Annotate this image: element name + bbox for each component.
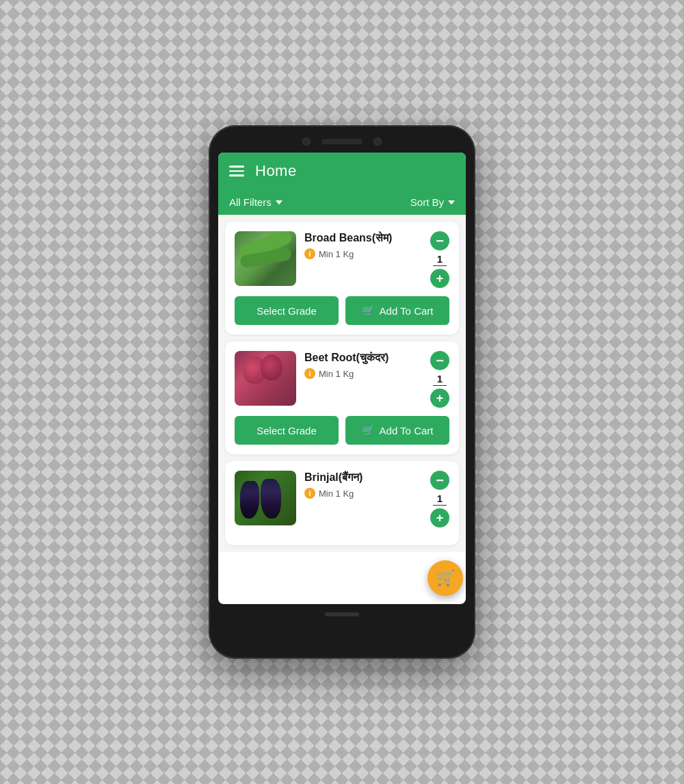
increment-button-broad-beans[interactable] xyxy=(430,269,449,288)
info-icon-broad-beans: i xyxy=(304,248,315,259)
add-to-cart-label-beet-root: Add To Cart xyxy=(380,425,434,436)
increment-button-brinjal[interactable] xyxy=(430,508,449,527)
quantity-value-brinjal: 1 xyxy=(433,493,447,506)
sort-by-button[interactable]: Sort By xyxy=(410,196,455,208)
sort-chevron-icon xyxy=(448,200,455,205)
hamburger-menu-icon[interactable] xyxy=(229,166,244,177)
product-actions-broad-beans: Select Grade 🛒 Add To Cart xyxy=(235,296,449,325)
floating-cart-button[interactable]: 🛒 xyxy=(428,560,463,596)
quantity-control-beet-root: 1 xyxy=(430,351,449,408)
min-label-beet-root: Min 1 Kg xyxy=(319,369,354,379)
add-to-cart-label-broad-beans: Add To Cart xyxy=(380,305,434,317)
info-icon-brinjal: i xyxy=(304,488,315,499)
phone-screen: Home All Filters Sort By Br xyxy=(218,153,466,604)
filter-chevron-icon xyxy=(276,200,282,205)
info-icon-beet-root: i xyxy=(304,368,315,379)
product-info-brinjal: Brinjal(बैंगन) i Min 1 Kg xyxy=(304,471,422,499)
phone-camera-2 xyxy=(373,138,382,146)
cart-icon-beet-root: 🛒 xyxy=(362,424,375,436)
product-card-broad-beans: Broad Beans(सेम) i Min 1 Kg 1 Select Gra… xyxy=(225,222,459,335)
sort-by-label: Sort By xyxy=(410,196,444,208)
cart-icon-broad-beans: 🛒 xyxy=(362,304,375,317)
quantity-value-beet-root: 1 xyxy=(433,373,447,386)
product-name-beet-root: Beet Root(चुकंदर) xyxy=(304,351,422,364)
product-name-broad-beans: Broad Beans(सेम) xyxy=(304,231,422,244)
decrement-button-beet-root[interactable] xyxy=(430,351,449,370)
page-title: Home xyxy=(255,162,297,180)
product-top-row-broad-beans: Broad Beans(सेम) i Min 1 Kg 1 xyxy=(235,231,449,288)
phone-bottom-bar xyxy=(218,604,466,616)
decrement-button-brinjal[interactable] xyxy=(430,471,449,490)
all-filters-button[interactable]: All Filters xyxy=(229,196,282,208)
decrement-button-broad-beans[interactable] xyxy=(430,231,449,250)
product-card-beet-root: Beet Root(चुकंदर) i Min 1 Kg 1 Select Gr… xyxy=(225,341,459,454)
quantity-control-broad-beans: 1 xyxy=(430,231,449,288)
select-grade-button-beet-root[interactable]: Select Grade xyxy=(235,416,339,445)
add-to-cart-button-broad-beans[interactable]: 🛒 Add To Cart xyxy=(345,296,449,325)
min-label-broad-beans: Min 1 Kg xyxy=(319,249,354,259)
product-image-beet-root xyxy=(235,351,296,406)
all-filters-label: All Filters xyxy=(229,196,272,208)
product-min-brinjal: i Min 1 Kg xyxy=(304,488,422,499)
phone-device: Home All Filters Sort By Br xyxy=(209,125,475,659)
product-card-brinjal: Brinjal(बैंगन) i Min 1 Kg 1 xyxy=(225,461,459,545)
product-image-brinjal xyxy=(235,471,296,525)
phone-camera xyxy=(302,138,311,146)
phone-speaker xyxy=(321,139,363,144)
quantity-value-broad-beans: 1 xyxy=(433,253,447,266)
min-label-brinjal: Min 1 Kg xyxy=(319,488,354,499)
app-header: Home All Filters Sort By xyxy=(218,153,466,215)
product-top-row-beet-root: Beet Root(चुकंदर) i Min 1 Kg 1 xyxy=(235,351,449,408)
product-top-row-brinjal: Brinjal(बैंगन) i Min 1 Kg 1 xyxy=(235,471,449,527)
phone-top-bar xyxy=(218,138,466,153)
select-grade-button-broad-beans[interactable]: Select Grade xyxy=(235,296,339,325)
product-list: Broad Beans(सेम) i Min 1 Kg 1 Select Gra… xyxy=(218,215,466,552)
product-name-brinjal: Brinjal(बैंगन) xyxy=(304,471,422,484)
product-image-broad-beans xyxy=(235,231,296,286)
quantity-control-brinjal: 1 xyxy=(430,471,449,527)
product-info-broad-beans: Broad Beans(सेम) i Min 1 Kg xyxy=(304,231,422,259)
floating-cart-icon: 🛒 xyxy=(436,569,455,587)
increment-button-beet-root[interactable] xyxy=(430,389,449,408)
product-actions-beet-root: Select Grade 🛒 Add To Cart xyxy=(235,416,449,445)
product-info-beet-root: Beet Root(चुकंदर) i Min 1 Kg xyxy=(304,351,422,379)
header-top: Home xyxy=(229,162,455,190)
phone-home-button[interactable] xyxy=(325,612,359,616)
product-min-beet-root: i Min 1 Kg xyxy=(304,368,422,379)
product-min-broad-beans: i Min 1 Kg xyxy=(304,248,422,259)
add-to-cart-button-beet-root[interactable]: 🛒 Add To Cart xyxy=(345,416,449,445)
filter-bar: All Filters Sort By xyxy=(229,190,455,215)
